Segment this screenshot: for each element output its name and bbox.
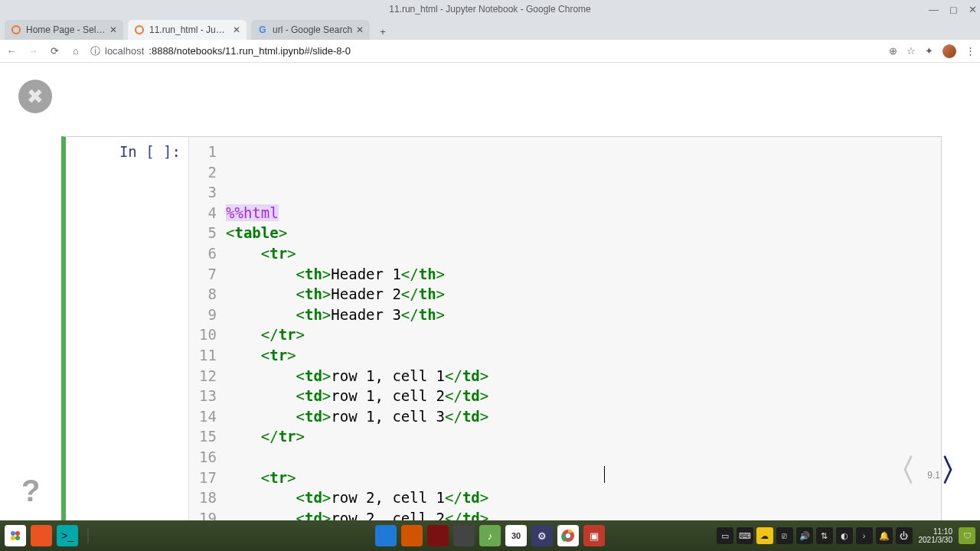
browser-tab-active[interactable]: 11.run_html - Jupyter Not ✕ [128,20,247,40]
browser-toolbar: ← → ⟳ ⌂ ⓘ localhost:8888/notebooks/11.ru… [0,40,980,63]
window-title: 11.run_html - Jupyter Notebook - Google … [389,4,590,15]
line-number-gutter: 123456789101112131415161718192021 [189,142,221,551]
text-cursor-icon [604,466,605,483]
prev-slide-button[interactable]: 〈 [885,449,916,491]
power-icon[interactable]: ⏻ [896,527,913,544]
help-button[interactable]: ? [21,474,40,508]
tab-label: Home Page - Select or cre [26,24,106,35]
new-tab-button[interactable]: + [374,23,391,40]
back-button[interactable]: ← [5,45,18,57]
url-path: :8888/notebooks/11.run_html.ipynb#/slide… [149,45,351,57]
browser-tab[interactable]: Home Page - Select or cre ✕ [5,20,123,40]
window-minimize-icon[interactable]: — [929,4,939,15]
app-launcher-icon[interactable] [5,525,26,546]
jupyter-favicon-icon [134,24,145,35]
profile-avatar-icon[interactable] [942,44,956,58]
clock-time: 11:10 [919,527,953,536]
system-taskbar: >_ ♪ 30 ⚙ ▣ ▭ ⌨ ☁ ⎚ 🔊 ⇅ ◐ › 🔔 ⏻ 11:10 20… [0,520,980,551]
taskbar-terminal-icon[interactable] [427,525,449,546]
svg-point-6 [566,533,570,538]
system-clock[interactable]: 11:10 2021/3/30 [916,527,956,544]
zoom-icon[interactable]: ⊕ [889,45,897,57]
music-player-icon[interactable]: ♪ [479,525,501,546]
exit-slideshow-button[interactable]: ✖ [18,80,52,113]
tab-close-icon[interactable]: ✕ [109,24,117,35]
url-host: localhost [105,45,144,57]
calendar-icon[interactable]: 30 [505,525,527,546]
tab-label: url - Google Search [273,24,353,35]
browser-tabstrip: Home Page - Select or cre ✕ 11.run_html … [0,18,980,40]
menu-icon[interactable]: ⋮ [965,45,975,57]
reload-button[interactable]: ⟳ [47,45,61,57]
jupyter-favicon-icon [11,24,21,35]
svg-point-2 [11,536,15,540]
tray-icon[interactable]: 🛡 [959,527,975,544]
code-text[interactable]: %%html<table> <tr> <th>Header 1</th> <th… [221,142,941,551]
forward-button[interactable]: → [26,45,40,57]
extensions-icon[interactable]: ✦ [925,45,933,57]
google-favicon-icon: G [257,24,268,35]
terminal-icon[interactable]: >_ [57,525,78,546]
page-content: In [ ]: 12345678910111213141516171819202… [0,63,980,520]
bookmark-icon[interactable]: ☆ [906,45,916,57]
site-info-icon[interactable]: ⓘ [90,44,100,58]
screen-recorder-icon[interactable]: ▣ [583,525,605,546]
next-slide-button[interactable]: 〉 [940,449,971,491]
cell-prompt: In [ ]: [66,137,188,551]
tray-icon[interactable]: ▭ [717,527,733,544]
wifi-icon[interactable]: ⇅ [816,527,833,544]
slide-number: 9.1 [927,470,940,481]
address-bar[interactable]: ⓘ localhost:8888/notebooks/11.run_html.i… [90,44,881,58]
tray-icon[interactable]: ⎚ [776,527,793,544]
tab-label: 11.run_html - Jupyter Not [149,24,230,35]
svg-point-0 [11,531,15,536]
chrome-icon[interactable] [557,525,579,546]
tab-close-icon[interactable]: ✕ [356,24,364,35]
window-close-icon[interactable]: ✕ [969,4,977,15]
taskbar-input[interactable] [87,528,89,543]
settings-icon[interactable]: ⚙ [531,525,553,546]
tab-close-icon[interactable]: ✕ [233,24,240,35]
home-button[interactable]: ⌂ [69,45,83,57]
file-manager-icon[interactable] [453,525,475,546]
tray-icon[interactable]: ◐ [836,527,853,544]
window-titlebar: 11.run_html - Jupyter Notebook - Google … [0,0,980,18]
notebook-code-cell[interactable]: In [ ]: 12345678910111213141516171819202… [61,136,942,551]
tray-icon[interactable]: ☁ [756,527,773,544]
tray-expand-icon[interactable]: › [856,527,873,544]
code-editor[interactable]: 123456789101112131415161718192021 %%html… [188,137,941,551]
svg-point-1 [15,531,20,536]
window-maximize-icon[interactable]: ◻ [949,4,958,15]
taskbar-app-icon[interactable] [401,525,423,546]
volume-icon[interactable]: 🔊 [796,527,813,544]
svg-point-3 [15,536,20,540]
browser-tab[interactable]: G url - Google Search ✕ [251,20,370,40]
notifications-icon[interactable]: 🔔 [876,527,893,544]
taskbar-app-icon[interactable] [31,525,52,546]
taskbar-app-icon[interactable] [375,525,397,546]
keyboard-icon[interactable]: ⌨ [737,527,753,544]
clock-date: 2021/3/30 [919,536,953,544]
